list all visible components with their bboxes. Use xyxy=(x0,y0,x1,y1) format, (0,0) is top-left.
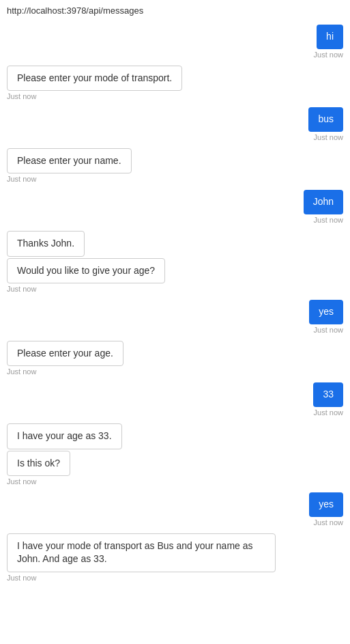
message-row: Please enter your age. xyxy=(7,341,343,367)
user-bubble: hi xyxy=(317,25,343,49)
message-row: bus xyxy=(7,107,343,132)
timestamp: Just now xyxy=(7,367,343,376)
bot-bubble: Is this ok? xyxy=(7,451,70,477)
message-row: Please enter your name. xyxy=(7,148,343,174)
user-bubble: John xyxy=(304,190,343,214)
user-bubble: yes xyxy=(309,492,343,517)
bot-bubble: Thanks John. xyxy=(7,231,85,257)
bot-bubble: Would you like to give your age? xyxy=(7,258,165,284)
message-row: Is this ok? xyxy=(7,451,343,477)
chat-container: hiJust nowPlease enter your mode of tran… xyxy=(0,21,350,592)
user-bubble: bus xyxy=(308,107,343,132)
message-row: I have your mode of transport as Bus and… xyxy=(7,533,343,572)
timestamp: Just now xyxy=(7,477,343,486)
message-row: yes xyxy=(7,300,343,324)
message-row: I have your age as 33. xyxy=(7,423,343,449)
timestamp: Just now xyxy=(7,133,343,141)
bot-bubble: I have your age as 33. xyxy=(7,423,122,449)
message-row: yes xyxy=(7,492,343,517)
timestamp: Just now xyxy=(7,574,343,582)
timestamp: Just now xyxy=(7,216,343,224)
bot-bubble: Please enter your mode of transport. xyxy=(7,66,182,92)
message-row: John xyxy=(7,190,343,214)
user-bubble: yes xyxy=(309,300,343,324)
bot-bubble: Please enter your age. xyxy=(7,341,123,367)
timestamp: Just now xyxy=(7,285,343,293)
timestamp: Just now xyxy=(7,92,343,100)
message-row: Thanks John. xyxy=(7,231,343,257)
timestamp: Just now xyxy=(7,326,343,334)
message-row: Would you like to give your age? xyxy=(7,258,343,284)
bot-bubble: Please enter your name. xyxy=(7,148,132,174)
user-bubble: 33 xyxy=(313,382,343,407)
message-row: hi xyxy=(7,25,343,49)
timestamp: Just now xyxy=(7,175,343,183)
bot-bubble: I have your mode of transport as Bus and… xyxy=(7,533,276,572)
timestamp: Just now xyxy=(7,51,343,59)
message-row: Please enter your mode of transport. xyxy=(7,66,343,92)
timestamp: Just now xyxy=(7,408,343,417)
message-row: 33 xyxy=(7,382,343,407)
timestamp: Just now xyxy=(7,518,343,527)
url-bar: http://localhost:3978/api/messages xyxy=(0,0,350,21)
